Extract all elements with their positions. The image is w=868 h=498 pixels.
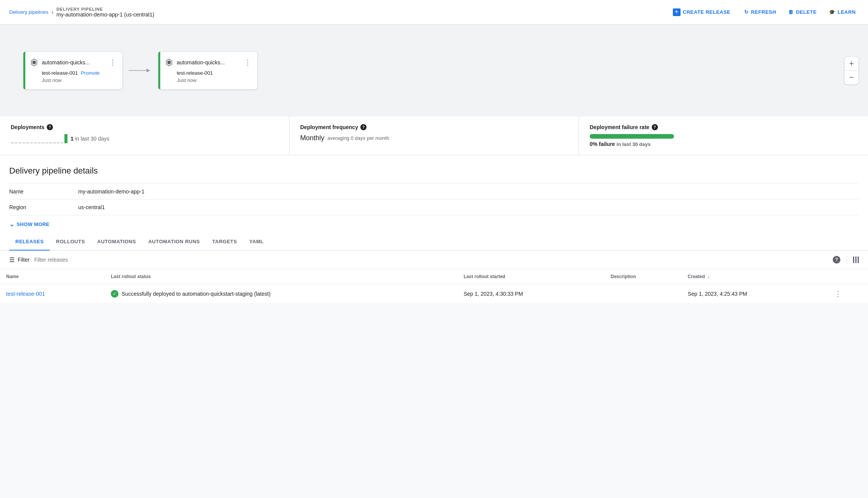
breadcrumb-delivery-pipelines-link[interactable]: Delivery pipelines (9, 9, 48, 15)
refresh-icon: ↻ (744, 9, 749, 15)
chart-bar-1 (64, 134, 67, 143)
delete-label: DELETE (796, 9, 817, 15)
columns-icon[interactable] (853, 256, 859, 263)
zoom-in-button[interactable]: + (845, 57, 858, 70)
tab-yaml[interactable]: YAML (243, 233, 270, 251)
deployments-help-icon[interactable]: ? (47, 124, 53, 130)
node-2-menu-icon[interactable]: ⋮ (244, 59, 251, 66)
col-description: Description (605, 269, 682, 284)
col-name: Name (0, 269, 105, 284)
tab-targets[interactable]: TARGETS (206, 233, 243, 251)
status-text: Successfully deployed to automation-quic… (122, 291, 270, 297)
breadcrumb-separator: › (51, 9, 53, 16)
frequency-help-icon[interactable]: ? (360, 124, 367, 130)
show-more-label: SHOW MORE (16, 221, 49, 227)
pipeline-label: DELIVERY PIPELINE (56, 7, 154, 11)
metrics-bar: Deployments ? 1 in l (0, 116, 868, 155)
node-1-menu-icon[interactable]: ⋮ (109, 59, 116, 66)
learn-icon: 🎓 (829, 9, 835, 15)
chart-dot-10 (45, 143, 48, 143)
svg-marker-5 (167, 61, 171, 65)
failure-text: 0% failure in last 30 days (590, 141, 857, 147)
deployments-count: 1 in last 30 days (71, 136, 109, 142)
refresh-button[interactable]: ↻ REFRESH (741, 7, 779, 17)
table-row: test-release-001 ✓ Successfully deployed… (0, 284, 868, 304)
tab-releases[interactable]: RELEASES (9, 233, 50, 251)
col-actions (829, 269, 868, 284)
status-deployed: ✓ Successfully deployed to automation-qu… (111, 290, 451, 298)
details-region-label: Region (9, 200, 78, 215)
show-more-button[interactable]: ⌄ SHOW MORE (9, 215, 859, 233)
node-1-header: automation-quicks... ⋮ (30, 58, 116, 67)
row-menu-icon[interactable]: ⋮ (835, 290, 842, 298)
breadcrumb: Delivery pipelines › DELIVERY PIPELINE m… (9, 7, 664, 18)
filter-input[interactable] (34, 257, 828, 263)
failure-help-icon[interactable]: ? (652, 124, 658, 130)
row-created-cell: Sep 1, 2023, 4:25:43 PM (682, 284, 829, 304)
filter-right-actions: ? (833, 255, 859, 264)
top-bar: Delivery pipelines › DELIVERY PIPELINE m… (0, 0, 868, 25)
node-2-release-row: test-release-001 (177, 70, 251, 76)
chart-dot-2 (15, 143, 18, 143)
learn-button[interactable]: 🎓 LEARN (826, 7, 859, 17)
node-1-title-row: automation-quicks... (30, 58, 90, 67)
filter-help-icon[interactable]: ? (833, 256, 840, 264)
tab-rollouts[interactable]: ROLLOUTS (50, 233, 91, 251)
node-2-icon (164, 58, 174, 67)
sort-arrow-icon: ↓ (707, 274, 710, 279)
row-status-cell: ✓ Successfully deployed to automation-qu… (105, 284, 457, 304)
status-check-icon: ✓ (111, 290, 118, 298)
deployments-metric: Deployments ? 1 in l (0, 116, 289, 155)
failure-metric: Deployment failure rate ? 0% failure in … (579, 116, 868, 155)
refresh-label: REFRESH (751, 9, 776, 15)
details-title: Delivery pipeline details (9, 166, 859, 176)
chart-dot-12 (53, 143, 56, 143)
delete-icon: 🗑 (788, 9, 794, 15)
delete-button[interactable]: 🗑 DELETE (785, 7, 820, 17)
chart-dot-5 (26, 143, 29, 143)
details-table: Name my-automation-demo-app-1 Region us-… (9, 183, 859, 215)
node-2-title: automation-quicks... (177, 59, 225, 66)
tab-automation-runs[interactable]: AUTOMATION RUNS (142, 233, 206, 251)
svg-marker-1 (32, 61, 36, 65)
failure-value: 0% failure (590, 141, 615, 147)
chevron-down-icon: ⌄ (9, 221, 14, 228)
node-1-promote-link[interactable]: Promote (81, 70, 100, 76)
chart-dot-14 (61, 143, 64, 143)
node-1-release-row: test-release-001 Promote (42, 70, 116, 76)
tab-automations[interactable]: AUTOMATIONS (91, 233, 142, 251)
chart-dot-4 (22, 143, 25, 143)
row-started-cell: Sep 1, 2023, 4:30:33 PM (457, 284, 605, 304)
filter-label-text: Filter (18, 257, 30, 263)
create-release-button[interactable]: + CREATE RELEASE (668, 6, 735, 18)
col-started: Last rollout started (457, 269, 605, 284)
details-row-region: Region us-central1 (9, 200, 859, 215)
deployments-label: Deployments ? (11, 124, 278, 130)
frequency-main: Monthly (300, 134, 324, 142)
zoom-out-button[interactable]: − (845, 70, 858, 84)
node-1-body: test-release-001 Promote Just now (30, 70, 116, 83)
frequency-sub: averaging 0 days per month (327, 135, 389, 141)
failure-bar (590, 134, 674, 139)
pipeline-node-2: automation-quicks... ⋮ test-release-001 … (158, 51, 258, 90)
pipeline-nodes: automation-quicks... ⋮ test-release-001 … (23, 51, 845, 90)
col-status: Last rollout status (105, 269, 457, 284)
pipeline-node-1: automation-quicks... ⋮ test-release-001 … (23, 51, 123, 90)
table-header: Name Last rollout status Last rollout st… (0, 269, 868, 284)
deployments-chart (11, 134, 67, 143)
zoom-controls: + − (844, 56, 859, 85)
col-created[interactable]: Created ↓ (682, 269, 829, 284)
node-2-body: test-release-001 Just now (164, 70, 251, 83)
table-header-row: Name Last rollout status Last rollout st… (0, 269, 868, 284)
learn-label: LEARN (838, 9, 856, 15)
chart-dot-8 (38, 143, 41, 143)
pipeline-name: my-automation-demo-app-1 (us-central1) (56, 11, 154, 18)
node-2-title-row: automation-quicks... (164, 58, 225, 67)
filter-icon: ☰ (9, 256, 15, 264)
chart-dot-13 (57, 143, 60, 143)
row-name-cell: test-release-001 (0, 284, 105, 304)
details-name-label: Name (9, 184, 78, 200)
deployments-value-row: 1 in last 30 days (11, 134, 278, 143)
row-menu-cell: ⋮ (829, 284, 868, 304)
release-name-link[interactable]: test-release-001 (6, 291, 45, 297)
